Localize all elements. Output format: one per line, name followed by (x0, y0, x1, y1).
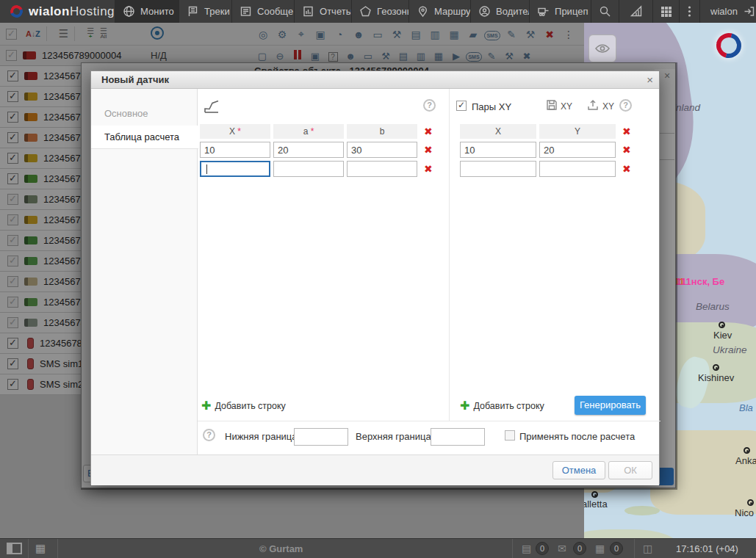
calc-x-input-row1[interactable] (200, 142, 270, 158)
calc-a-input-row2[interactable] (273, 161, 344, 177)
nav-user-menu[interactable]: wialon (699, 0, 756, 23)
map-label-nicosia: Nico (735, 507, 754, 518)
nav-tab-label: Отчеты (320, 6, 351, 17)
nav-tab-tracks[interactable]: Треки (179, 0, 231, 23)
map-visibility-button[interactable] (588, 35, 616, 62)
cancel-button[interactable]: Отмена (552, 461, 605, 479)
plus-icon: ✚ (201, 399, 211, 412)
add-row-button-left[interactable]: ✚Добавить строку (201, 399, 286, 413)
nav-tab-trailers[interactable]: Прицеп (529, 0, 591, 23)
log-icon[interactable]: ◫ (643, 543, 652, 554)
pair-y-input-row2[interactable] (539, 161, 616, 177)
delete-row-icon[interactable]: ✖ (622, 145, 631, 155)
geofence-icon (359, 5, 372, 18)
divider (57, 539, 58, 558)
delete-column-icon[interactable]: ✖ (622, 126, 631, 137)
dialog-titlebar[interactable]: Новый датчик × (91, 71, 659, 89)
tab-general[interactable]: Основное (104, 108, 148, 119)
pair-x-input-row1[interactable] (460, 142, 536, 158)
delete-row-icon[interactable]: ✖ (424, 145, 433, 155)
save-xy-label[interactable]: XY (561, 101, 572, 112)
map-label-belarus: Belarus (696, 301, 730, 312)
column-header-x: X * (200, 124, 270, 139)
media-counter: 0 (610, 542, 623, 555)
divider (449, 89, 450, 421)
divider (634, 539, 635, 558)
ok-button[interactable]: ОК (608, 461, 652, 479)
pairs-xy-label: Пары XY (472, 101, 511, 112)
nav-tab-label: Водител (496, 6, 529, 17)
help-icon[interactable]: ? (619, 99, 632, 112)
upload-xy-icon[interactable] (587, 99, 599, 111)
notifications-icon[interactable]: ✉ (558, 543, 566, 554)
column-header-pair-y: Y (539, 124, 616, 139)
plus-icon: ✚ (460, 399, 469, 412)
trailer-icon (537, 5, 550, 18)
nav-tab-messages[interactable]: Сообще (231, 0, 294, 23)
upload-xy-label[interactable]: XY (602, 101, 614, 112)
nav-tab-label: Треки (204, 6, 230, 17)
wialon-logo: wialonHosting (0, 0, 115, 23)
pairs-xy-checkbox[interactable] (456, 101, 467, 111)
toggle-panel-icon[interactable] (7, 543, 22, 554)
tab-calculation-table[interactable]: Таблица расчета (91, 126, 198, 149)
nav-search-button[interactable] (591, 0, 619, 23)
apply-after-calc-label: Применять после расчета (519, 431, 635, 442)
nav-more-button[interactable] (679, 0, 699, 23)
calc-a-input-row1[interactable] (273, 142, 344, 158)
jobs-icon[interactable]: ▤ (522, 543, 531, 554)
globe-icon (123, 5, 135, 18)
map-label-black-sea: Bla (739, 402, 753, 413)
nav-tab-label: Геозоны (377, 6, 408, 17)
add-row-button-right[interactable]: ✚Добавить строку (460, 399, 544, 413)
kebab-menu-icon (688, 5, 691, 18)
map-label-ankara: Ankar (735, 455, 756, 466)
media-icon[interactable]: ▦ (595, 543, 605, 554)
bottom-apps-icon[interactable]: ▦ (35, 542, 46, 555)
map-land-crete (624, 506, 660, 515)
help-icon[interactable]: ? (423, 99, 436, 112)
nav-ruler-button[interactable] (619, 0, 652, 23)
driver-icon (478, 5, 491, 18)
eye-icon (594, 43, 611, 54)
lower-bound-input[interactable] (294, 428, 348, 446)
logout-icon (743, 5, 755, 18)
column-header-pair-x: X (460, 124, 536, 139)
help-icon[interactable]: ? (203, 429, 215, 441)
lower-bound-label: Нижняя граница (225, 431, 298, 442)
apps-grid-icon (660, 6, 672, 18)
column-header-b: b (347, 124, 417, 139)
map-marker-ankara (744, 447, 750, 454)
nav-tab-drivers[interactable]: Водител (470, 0, 529, 23)
message-icon (240, 5, 252, 18)
divider (198, 421, 660, 421)
delete-column-icon[interactable]: ✖ (424, 126, 433, 137)
nav-tab-geofences[interactable]: Геозоны (351, 0, 408, 23)
save-xy-icon[interactable] (546, 99, 558, 111)
upper-bound-input[interactable] (431, 428, 485, 446)
dialog-title: Новый датчик (101, 74, 169, 85)
nav-tab-monitoring[interactable]: Монито (115, 0, 179, 23)
pair-y-input-row1[interactable] (539, 142, 616, 158)
calc-b-input-row2[interactable] (347, 161, 417, 177)
nav-tab-routes[interactable]: Маршру (408, 0, 470, 23)
nav-apps-button[interactable] (652, 0, 679, 23)
copyright: © Gurtam (259, 543, 303, 554)
status-bar: ▦ © Gurtam ▤ 0 ✉ 0 ▦ 0 ◫ 17:16:01 (+04) (0, 538, 756, 558)
chart-view-icon[interactable] (203, 98, 220, 115)
close-icon[interactable]: × (647, 73, 653, 86)
logo-text-hosting: Hosting (70, 4, 115, 18)
divider (512, 539, 513, 558)
delete-row-icon[interactable]: ✖ (622, 164, 631, 174)
delete-row-icon[interactable]: ✖ (424, 164, 433, 174)
calc-b-input-row1[interactable] (347, 142, 417, 158)
search-icon (599, 5, 611, 18)
generate-button[interactable]: Генерировать (575, 396, 646, 415)
nav-tab-label: Сообще (257, 6, 293, 17)
nav-tab-reports[interactable]: Отчеты (294, 0, 351, 23)
pair-x-input-row2[interactable] (460, 161, 536, 177)
apply-after-calc-checkbox[interactable] (505, 430, 515, 441)
nav-tab-label: Маршру (434, 6, 470, 17)
calc-x-input-row2[interactable] (200, 161, 270, 177)
map-label-valletta: alletta (584, 499, 608, 510)
